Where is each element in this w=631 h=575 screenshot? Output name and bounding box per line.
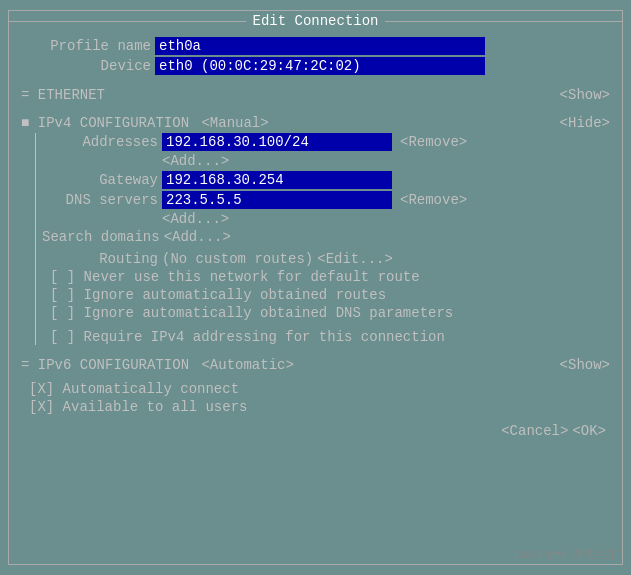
search-domains-row: Search domains <Add...> <box>42 229 610 245</box>
checkbox-require-ipv4[interactable]: [ ] Require IPv4 addressing for this con… <box>50 329 610 345</box>
add-dns-row: <Add...> <box>42 211 610 227</box>
remove-dns-btn[interactable]: <Remove> <box>400 192 467 208</box>
device-input[interactable]: eth0 (00:0C:29:47:2C:02) <box>155 57 485 75</box>
device-row: Device eth0 (00:0C:29:47:2C:02) <box>21 57 610 75</box>
title-bar: Edit Connection <box>9 11 622 31</box>
window-title: Edit Connection <box>246 13 384 29</box>
gateway-label: Gateway <box>42 172 158 188</box>
search-domains-add-btn[interactable]: <Add...> <box>164 229 231 245</box>
gateway-input[interactable]: 192.168.30.254 <box>162 171 392 189</box>
checkbox-default-route[interactable]: [ ] Never use this network for default r… <box>50 269 610 285</box>
ipv6-label: = IPv6 CONFIGURATION <Automatic> <box>21 357 294 373</box>
available-users-checkbox[interactable]: [X] Available to all users <box>29 399 610 415</box>
profile-name-row: Profile name eth0a <box>21 37 610 55</box>
addresses-label: Addresses <box>42 134 158 150</box>
auto-connect-checkbox[interactable]: [X] Automatically connect <box>29 381 610 397</box>
ethernet-label: = ETHERNET <box>21 87 105 103</box>
watermark: CSDN-@Mr.李先生① <box>515 547 618 562</box>
ethernet-show[interactable]: <Show> <box>560 87 610 103</box>
addresses-input[interactable]: 192.168.30.100/24 <box>162 133 392 151</box>
ipv4-section-header: ■ IPv4 CONFIGURATION <Manual> <Hide> <box>21 115 610 131</box>
profile-name-input[interactable]: eth0a <box>155 37 485 55</box>
add-dns-btn[interactable]: <Add...> <box>162 211 229 227</box>
title-bar-line-left <box>9 21 246 22</box>
ok-button[interactable]: <OK> <box>572 423 606 439</box>
main-content: Profile name eth0a Device eth0 (00:0C:29… <box>9 31 622 445</box>
edit-connection-window: Edit Connection Profile name eth0a Devic… <box>8 10 623 565</box>
ipv6-section-header: = IPv6 CONFIGURATION <Automatic> <Show> <box>21 357 610 373</box>
ipv4-label: ■ IPv4 CONFIGURATION <Manual> <box>21 115 269 131</box>
ethernet-section: = ETHERNET <Show> <box>21 87 610 103</box>
ipv4-hide[interactable]: <Hide> <box>560 115 610 131</box>
gateway-row: Gateway 192.168.30.254 <box>42 171 610 189</box>
profile-name-label: Profile name <box>21 38 151 54</box>
ipv6-show[interactable]: <Show> <box>560 357 610 373</box>
routing-label: Routing <box>42 251 158 267</box>
ipv6-mode[interactable]: <Automatic> <box>201 357 293 373</box>
cancel-button[interactable]: <Cancel> <box>501 423 568 439</box>
routing-row: Routing (No custom routes) <Edit...> <box>42 251 610 267</box>
device-label: Device <box>21 58 151 74</box>
dns-row: DNS servers 223.5.5.5 <Remove> <box>42 191 610 209</box>
dns-label: DNS servers <box>42 192 158 208</box>
checkbox-ignore-dns[interactable]: [ ] Ignore automatically obtained DNS pa… <box>50 305 610 321</box>
bottom-actions: <Cancel> <OK> <box>21 423 606 439</box>
routing-edit-btn[interactable]: <Edit...> <box>317 251 393 267</box>
checkbox-ignore-routes[interactable]: [ ] Ignore automatically obtained routes <box>50 287 610 303</box>
add-address-row: <Add...> <box>42 153 610 169</box>
addresses-row: Addresses 192.168.30.100/24 <Remove> <box>42 133 610 151</box>
add-address-btn[interactable]: <Add...> <box>162 153 229 169</box>
remove-address-btn[interactable]: <Remove> <box>400 134 467 150</box>
ipv4-mode[interactable]: <Manual> <box>201 115 268 131</box>
dns-input[interactable]: 223.5.5.5 <box>162 191 392 209</box>
search-domains-label: Search domains <box>42 229 160 245</box>
routing-value: (No custom routes) <box>162 251 313 267</box>
title-bar-line-right <box>385 21 622 22</box>
ipv4-sub-content: Addresses 192.168.30.100/24 <Remove> <Ad… <box>35 133 610 345</box>
